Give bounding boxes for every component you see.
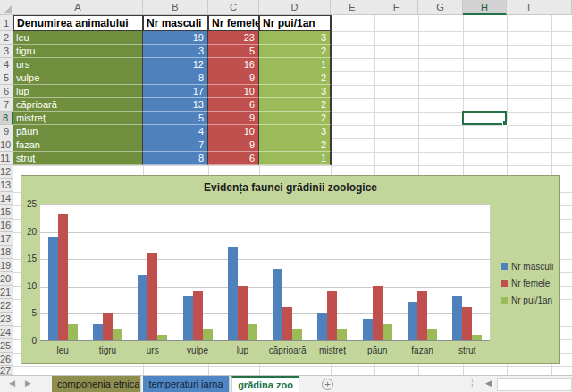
table-cell[interactable]: 2 [259, 98, 331, 112]
table-cell[interactable]: 9 [208, 112, 259, 125]
table-cell[interactable]: 3 [259, 125, 331, 138]
zoo-bar-chart[interactable]: Evidența faunei grădinii zoologice 05101… [21, 175, 560, 364]
table-cell[interactable]: 10 [208, 85, 259, 98]
table-cell[interactable]: lup [13, 85, 143, 98]
table-header-cell[interactable]: Nr femele [208, 15, 259, 31]
chart-bar [292, 329, 302, 340]
row-header-11[interactable]: 11 [0, 152, 13, 165]
column-header-H[interactable]: H [463, 0, 507, 15]
table-cell[interactable]: 8 [143, 152, 208, 165]
hscroll-track[interactable] [497, 378, 572, 391]
row-header-24[interactable]: 24 [0, 326, 13, 339]
row-header-10[interactable]: 10 [0, 138, 13, 152]
row-header-1[interactable]: 1 [0, 15, 13, 31]
row-header-17[interactable]: 17 [0, 232, 13, 246]
column-header-F[interactable]: F [374, 0, 418, 15]
row-header-25[interactable]: 25 [0, 339, 13, 353]
table-cell[interactable]: mistreț [13, 112, 143, 125]
table-cell[interactable]: 1 [259, 152, 331, 165]
row-header-16[interactable]: 16 [0, 219, 13, 232]
table-cell[interactable]: 2 [259, 71, 331, 85]
table-cell[interactable]: 13 [143, 98, 208, 112]
table-cell[interactable]: 9 [208, 138, 259, 152]
row-header-22[interactable]: 22 [0, 299, 13, 313]
new-sheet-button[interactable]: + [322, 379, 333, 390]
row-header-2[interactable]: 2 [0, 31, 13, 45]
row-header-23[interactable]: 23 [0, 313, 13, 326]
row-header-18[interactable]: 18 [0, 246, 13, 259]
table-cell[interactable]: leu [13, 31, 143, 45]
row-header-20[interactable]: 20 [0, 272, 13, 286]
table-header-cell[interactable]: Nr masculi [143, 15, 208, 31]
table-cell[interactable]: 7 [143, 138, 208, 152]
sheet-tab-3[interactable]: grădina zoo [231, 376, 299, 392]
table-cell[interactable]: 3 [259, 85, 331, 98]
table-header-cell[interactable]: Nr pui/1an [259, 15, 331, 31]
table-cell[interactable]: 5 [143, 112, 208, 125]
row-header-13[interactable]: 13 [0, 179, 13, 192]
table-cell[interactable]: struț [13, 152, 143, 165]
table-cell[interactable]: 6 [208, 98, 259, 112]
tabbar-resize-handle[interactable]: ⁞ [471, 379, 474, 388]
row-header-14[interactable]: 14 [0, 192, 13, 205]
table-cell[interactable]: vulpe [13, 71, 143, 85]
row-header-4[interactable]: 4 [0, 58, 13, 71]
sheet-tab-2[interactable]: temperaturi iarna [143, 376, 230, 392]
row-header-21[interactable]: 21 [0, 286, 13, 299]
table-cell[interactable]: 2 [259, 45, 331, 58]
table-cell[interactable]: 1 [259, 58, 331, 71]
table-cell[interactable]: 10 [208, 125, 259, 138]
column-header-B[interactable]: B [143, 0, 208, 15]
table-cell[interactable]: 3 [143, 45, 208, 58]
chart-bar [373, 286, 383, 340]
table-cell[interactable]: 2 [259, 138, 331, 152]
table-cell[interactable]: 16 [208, 58, 259, 71]
row-header-7[interactable]: 7 [0, 98, 13, 112]
column-header-partial[interactable] [551, 0, 572, 15]
column-header-A[interactable]: A [13, 0, 143, 15]
row-header-12[interactable]: 12 [0, 165, 13, 179]
row-header-8[interactable]: 8 [0, 112, 13, 125]
row-header-19[interactable]: 19 [0, 259, 13, 272]
legend-swatch-icon [501, 280, 508, 287]
table-cell[interactable]: 2 [259, 112, 331, 125]
table-cell[interactable]: 5 [208, 45, 259, 58]
chart-gridline [40, 259, 490, 260]
row-header-6[interactable]: 6 [0, 85, 13, 98]
table-cell[interactable]: tigru [13, 45, 143, 58]
table-cell[interactable]: 19 [143, 31, 208, 45]
table-cell[interactable]: 6 [208, 152, 259, 165]
column-header-E[interactable]: E [331, 0, 374, 15]
row-header-27[interactable]: 27 [0, 366, 13, 375]
tab-nav-left-icon[interactable]: ◀ [9, 379, 15, 388]
tab-nav-right-icon[interactable]: ▶ [25, 379, 31, 388]
hscroll-left-icon[interactable]: ◀ [485, 379, 492, 388]
sheet-tab-1[interactable]: componenia etnica [52, 376, 141, 392]
row-header-9[interactable]: 9 [0, 125, 13, 138]
row-header-5[interactable]: 5 [0, 71, 13, 85]
legend-item: Nr masculi [501, 262, 553, 271]
table-cell[interactable]: fazan [13, 138, 143, 152]
column-header-I[interactable]: I [507, 0, 551, 15]
table-cell[interactable]: păun [13, 125, 143, 138]
selected-cell-outline[interactable] [462, 111, 507, 125]
table-cell[interactable]: 12 [143, 58, 208, 71]
row-header-26[interactable]: 26 [0, 353, 13, 366]
table-cell[interactable]: 9 [208, 71, 259, 85]
column-header-C[interactable]: C [208, 0, 259, 15]
legend-swatch-icon [501, 263, 508, 270]
table-cell[interactable]: 8 [143, 71, 208, 85]
table-cell[interactable]: 4 [143, 125, 208, 138]
table-cell[interactable]: urs [13, 58, 143, 71]
select-all-corner[interactable] [0, 0, 13, 15]
chart-bar [317, 313, 327, 340]
table-cell[interactable]: 3 [259, 31, 331, 45]
table-header-cell[interactable]: Denumirea animalului [13, 15, 143, 31]
column-header-G[interactable]: G [418, 0, 463, 15]
row-header-3[interactable]: 3 [0, 45, 13, 58]
table-cell[interactable]: 17 [143, 85, 208, 98]
table-cell[interactable]: 23 [208, 31, 259, 45]
column-header-D[interactable]: D [259, 0, 331, 15]
table-cell[interactable]: căprioară [13, 98, 143, 112]
row-header-15[interactable]: 15 [0, 205, 13, 219]
